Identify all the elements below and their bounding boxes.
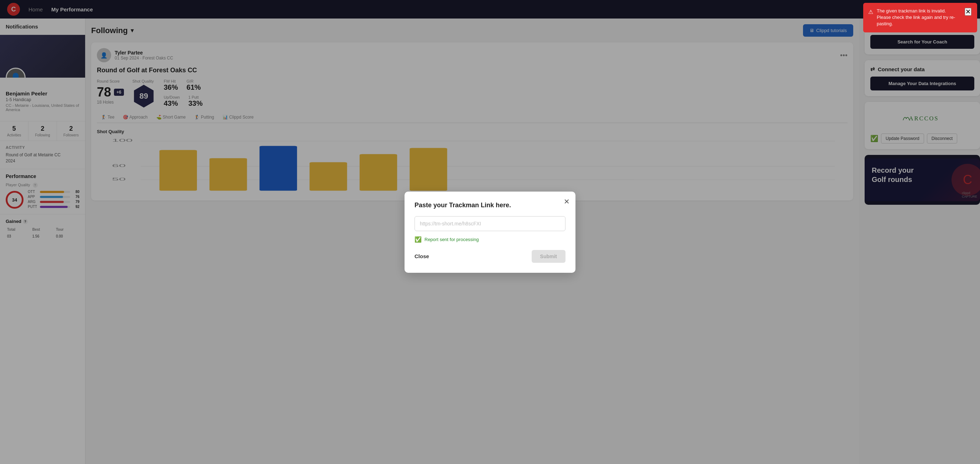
modal-overlay[interactable]: Paste your Trackman Link here. ✕ ✅ Repor… [0,0,980,464]
trackman-link-input[interactable] [415,216,565,231]
toast-warning-icon: ⚠ [868,8,873,16]
modal-title: Paste your Trackman Link here. [415,202,565,209]
trackman-modal: Paste your Trackman Link here. ✕ ✅ Repor… [404,192,576,273]
modal-footer: Close Submit [415,250,565,263]
toast-close-button[interactable]: ✕ [965,8,972,16]
success-text: Report sent for processing [425,237,479,242]
toast-message: The given trackman link is invalid. Plea… [877,8,961,27]
modal-submit-button[interactable]: Submit [532,250,565,263]
success-check-icon: ✅ [415,236,422,243]
modal-success-message: ✅ Report sent for processing [415,236,565,243]
modal-close-icon-button[interactable]: ✕ [564,197,570,206]
modal-close-button[interactable]: Close [415,253,429,259]
error-toast: ⚠ The given trackman link is invalid. Pl… [863,3,977,32]
